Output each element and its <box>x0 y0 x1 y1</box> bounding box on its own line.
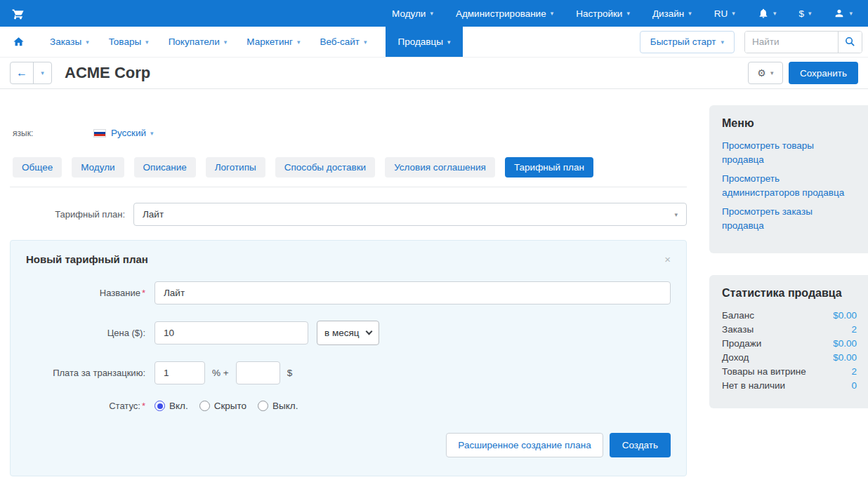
caret-down-icon: ▾ <box>551 10 554 17</box>
period-select-value: в месяц <box>324 328 360 338</box>
caret-down-icon: ▾ <box>150 130 154 137</box>
sidebar-link-vendor-products[interactable]: Просмотреть товары продавца <box>722 139 857 167</box>
nav-item-label: Продавцы <box>398 36 443 47</box>
topbar-item-design[interactable]: Дизайн ▾ <box>652 8 692 19</box>
tab-terms[interactable]: Условия соглашения <box>385 157 495 177</box>
topbar-menu: Модули ▾ Администрирование ▾ Настройки ▾… <box>392 8 853 19</box>
status-label: Статус:* <box>26 401 154 411</box>
stat-value: 2 <box>851 323 857 337</box>
fee-fixed-suffix: $ <box>287 368 293 378</box>
status-option-disabled[interactable]: Выкл. <box>258 401 298 411</box>
caret-down-icon: ▾ <box>364 39 367 46</box>
radio-label: Вкл. <box>169 401 188 411</box>
stats-title: Статистика продавца <box>722 287 857 300</box>
sidebar-link-vendor-admins[interactable]: Просмотреть администраторов продавца <box>722 172 857 200</box>
nav-item-products[interactable]: Товары ▾ <box>109 36 149 47</box>
stat-value: 2 <box>851 365 857 379</box>
tab-logos[interactable]: Логотипы <box>206 157 265 177</box>
nav-item-orders[interactable]: Заказы ▾ <box>50 36 89 47</box>
topbar-item-label: Администрирование <box>456 8 546 19</box>
stats-panel: Статистика продавца Баланс $0.00 Заказы … <box>709 275 868 408</box>
home-icon[interactable] <box>13 36 25 48</box>
plan-select-row: Тарифный план: Лайт ▾ <box>10 203 687 226</box>
caret-down-icon: ▾ <box>721 39 724 46</box>
fee-percent-suffix: % + <box>212 368 229 378</box>
panel-buttons: Расширенное создание плана Создать <box>26 433 671 457</box>
nav-item-vendors-active[interactable]: Продавцы ▾ <box>386 27 463 57</box>
radio-icon <box>258 401 268 411</box>
nav-item-marketing[interactable]: Маркетинг ▾ <box>246 36 300 47</box>
caret-down-icon: ▾ <box>688 10 692 17</box>
topbar-item-settings[interactable]: Настройки ▾ <box>576 8 630 19</box>
tab-plan-active[interactable]: Тарифный план <box>505 157 593 177</box>
nav-item-customers[interactable]: Покупатели ▾ <box>169 36 228 47</box>
status-option-active[interactable]: Вкл. <box>154 401 188 411</box>
page-title: ACME Corp <box>65 64 150 82</box>
price-input[interactable] <box>154 321 308 344</box>
caret-down-icon: ▾ <box>41 69 44 76</box>
cart-icon[interactable] <box>11 7 25 20</box>
status-option-hidden[interactable]: Скрыто <box>199 401 246 411</box>
quick-start-button[interactable]: Быстрый старт ▾ <box>640 31 735 53</box>
advanced-plan-button[interactable]: Расширенное создание плана <box>446 433 603 457</box>
search-input[interactable] <box>745 32 838 53</box>
topbar-item-modules[interactable]: Модули ▾ <box>392 8 433 19</box>
tab-addons[interactable]: Модули <box>72 157 124 177</box>
language-row: язык: Русский ▾ <box>13 128 709 138</box>
radio-label: Выкл. <box>272 401 298 411</box>
search-icon <box>844 36 856 48</box>
name-label: Название* <box>26 288 154 298</box>
stat-label: Товары на витрине <box>722 365 806 379</box>
user-icon <box>834 8 845 19</box>
bell-icon <box>758 8 769 19</box>
plan-select-label: Тарифный план: <box>10 209 133 220</box>
save-button[interactable]: Сохранить <box>789 62 858 84</box>
create-button[interactable]: Создать <box>610 433 671 457</box>
required-mark: * <box>142 401 145 411</box>
topbar-item-administration[interactable]: Администрирование ▾ <box>456 8 553 19</box>
tab-shipping-methods[interactable]: Способы доставки <box>275 157 375 177</box>
stat-row-out-of-stock: Нет в наличии 0 <box>722 379 857 393</box>
content: язык: Русский ▾ Общее Модули Описание Ло… <box>0 89 868 489</box>
notifications-menu[interactable]: ▾ <box>758 8 777 19</box>
back-dropdown-button[interactable]: ▾ <box>33 62 51 83</box>
close-icon[interactable]: × <box>664 253 671 265</box>
search-button[interactable] <box>838 32 862 53</box>
russian-flag-icon <box>93 129 106 138</box>
tab-general[interactable]: Общее <box>13 157 62 177</box>
tab-description[interactable]: Описание <box>134 157 196 177</box>
caret-down-icon: ▾ <box>145 39 149 46</box>
transaction-fee-label: Плата за транзацкию: <box>26 368 154 378</box>
nav-item-label: Веб-сайт <box>320 36 360 47</box>
period-select[interactable]: в месяц <box>317 321 379 345</box>
gear-icon: ⚙ <box>757 67 766 79</box>
language-selector[interactable]: Русский ▾ <box>111 128 154 138</box>
radio-icon <box>199 401 210 411</box>
name-label-text: Название <box>100 288 140 298</box>
sidebar-link-vendor-orders[interactable]: Просмотреть заказы продавца <box>722 205 857 233</box>
price-label: Цена ($): <box>26 328 154 338</box>
back-button[interactable]: ← <box>11 62 33 83</box>
currency-menu[interactable]: $ ▾ <box>798 8 811 19</box>
nav-links: Заказы ▾ Товары ▾ Покупатели ▾ Маркетинг… <box>50 27 463 57</box>
plan-select[interactable]: Лайт ▾ <box>133 203 687 226</box>
caret-down-icon: ▾ <box>849 10 853 17</box>
settings-dropdown-button[interactable]: ⚙ ▾ <box>748 62 783 84</box>
status-row: Статус:* Вкл. Скрыто Выкл. <box>26 401 671 411</box>
topbar-item-language[interactable]: RU ▾ <box>714 8 735 19</box>
caret-down-icon: ▾ <box>773 10 777 17</box>
name-row: Название* <box>26 281 671 304</box>
navbar: Заказы ▾ Товары ▾ Покупатели ▾ Маркетинг… <box>0 27 868 58</box>
sidebar: Меню Просмотреть товары продавца Просмот… <box>709 89 868 489</box>
fee-percent-input[interactable] <box>154 361 205 384</box>
name-input[interactable] <box>154 281 671 304</box>
caret-down-icon: ▾ <box>224 39 228 46</box>
nav-item-label: Покупатели <box>169 36 220 47</box>
nav-right: Быстрый старт ▾ <box>640 31 868 53</box>
nav-item-website[interactable]: Веб-сайт ▾ <box>320 36 367 47</box>
fee-fixed-input[interactable] <box>236 361 280 384</box>
required-mark: * <box>142 288 145 298</box>
user-menu[interactable]: ▾ <box>834 8 853 19</box>
stat-value: 0 <box>851 379 857 393</box>
stat-row-products-on-display: Товары на витрине 2 <box>722 365 857 379</box>
